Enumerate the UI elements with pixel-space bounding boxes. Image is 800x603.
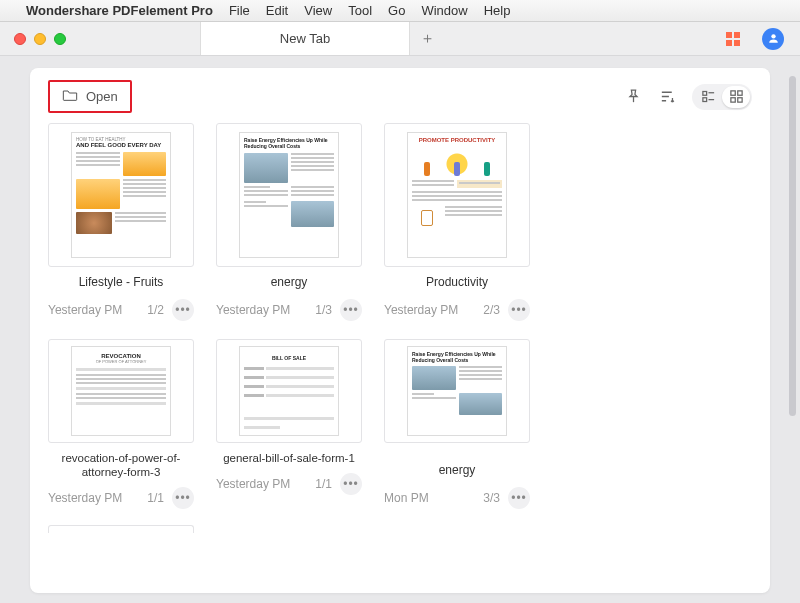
recent-files-grid: HOW TO EAT HEALTHY AND FEEL GOOD EVERY D… [48,123,752,509]
tab-label: New Tab [280,31,330,46]
file-thumbnail: REVOCATION OF POWER OF ATTORNEY [48,339,194,443]
more-options-button[interactable]: ••• [172,299,194,321]
file-pages: 1/2 [147,303,164,317]
open-button-label: Open [86,89,118,104]
file-date: Yesterday PM [48,303,122,317]
file-thumbnail: PROMOTE PRODUCTIVITY [384,123,530,267]
file-pages: 2/3 [483,303,500,317]
svg-rect-6 [737,91,741,95]
minimize-window-button[interactable] [34,33,46,45]
more-options-button[interactable]: ••• [340,299,362,321]
file-card[interactable]: BILL OF SALE general-bill-of-sale-form-1 [216,339,362,509]
menu-file[interactable]: File [229,3,250,18]
more-options-button[interactable]: ••• [508,487,530,509]
file-pages: 1/3 [315,303,332,317]
window-controls [0,33,80,45]
fullscreen-window-button[interactable] [54,33,66,45]
menu-view[interactable]: View [304,3,332,18]
sort-icon[interactable] [658,88,676,106]
file-title: energy [384,463,530,479]
svg-rect-2 [702,98,706,102]
svg-rect-7 [730,98,734,102]
apps-icon[interactable] [726,32,740,46]
file-title: general-bill-of-sale-form-1 [216,451,362,465]
tab-new[interactable]: New Tab [200,22,410,55]
file-thumbnail: HOW TO EAT HEALTHY AND FEEL GOOD EVERY D… [48,123,194,267]
file-date: Yesterday PM [384,303,458,317]
account-avatar[interactable] [762,28,784,50]
list-view-button[interactable] [694,86,722,108]
file-date: Yesterday PM [216,477,290,491]
file-pages: 1/1 [315,477,332,491]
file-card[interactable]: Raise Energy Efficiencies Up While Reduc… [216,123,362,321]
app-menu[interactable]: Wondershare PDFelement Pro [26,3,213,18]
grid-view-button[interactable] [722,86,750,108]
file-card[interactable]: HOW TO EAT HEALTHY AND FEEL GOOD EVERY D… [48,123,194,321]
svg-rect-5 [730,91,734,95]
close-window-button[interactable] [14,33,26,45]
file-title: energy [216,275,362,291]
svg-point-0 [771,34,775,38]
more-options-button[interactable]: ••• [172,487,194,509]
file-date: Mon PM [384,491,429,505]
file-card-partial [48,525,194,533]
new-tab-button[interactable]: ＋ [410,22,444,56]
file-title: Productivity [384,275,530,291]
window-titlebar: New Tab ＋ [0,22,800,56]
menu-window[interactable]: Window [421,3,467,18]
system-menubar: Wondershare PDFelement Pro File Edit Vie… [0,0,800,22]
more-options-button[interactable]: ••• [340,473,362,495]
more-options-button[interactable]: ••• [508,299,530,321]
scrollbar[interactable] [789,76,796,496]
svg-rect-1 [702,92,706,96]
file-date: Yesterday PM [216,303,290,317]
menu-tool[interactable]: Tool [348,3,372,18]
view-toggle [692,84,752,110]
file-date: Yesterday PM [48,491,122,505]
scrollbar-thumb[interactable] [789,76,796,416]
svg-rect-8 [737,98,741,102]
file-title: Lifestyle - Fruits [48,275,194,291]
file-thumbnail: Raise Energy Efficiencies Up While Reduc… [216,123,362,267]
pin-icon[interactable] [624,88,642,106]
file-thumbnail: Raise Energy Efficiencies Up While Reduc… [384,339,530,443]
file-pages: 3/3 [483,491,500,505]
file-title: revocation-of-power-of-attorney-form-3 [48,451,194,479]
file-card[interactable]: Raise Energy Efficiencies Up While Reduc… [384,339,530,509]
file-card[interactable]: REVOCATION OF POWER OF ATTORNEY revocati… [48,339,194,509]
home-panel: Open [30,68,770,593]
open-button[interactable]: Open [48,80,132,113]
file-thumbnail: BILL OF SALE [216,339,362,443]
menu-edit[interactable]: Edit [266,3,288,18]
folder-open-icon [62,88,78,105]
menu-help[interactable]: Help [484,3,511,18]
menu-go[interactable]: Go [388,3,405,18]
file-card[interactable]: PROMOTE PRODUCTIVITY Productivity Yester… [384,123,530,321]
file-pages: 1/1 [147,491,164,505]
